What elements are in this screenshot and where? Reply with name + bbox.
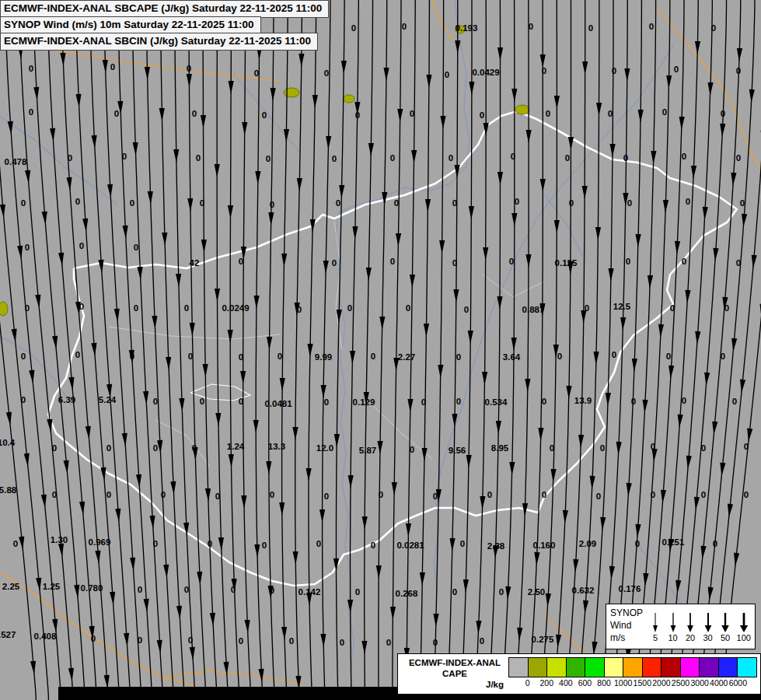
index-value-label: 0 bbox=[449, 153, 453, 163]
index-value-label: 0 bbox=[239, 352, 243, 362]
index-value-label: 0.0481 bbox=[264, 399, 292, 408]
index-value-label: 0 bbox=[79, 241, 84, 250]
wind-legend-line2: Wind bbox=[610, 619, 643, 632]
index-value-label: 0 bbox=[200, 397, 204, 406]
index-value-label: 0 bbox=[324, 492, 329, 501]
cape-color-cell bbox=[546, 658, 566, 677]
wind-arrow-icon bbox=[702, 611, 714, 633]
index-value-label: 1.25 bbox=[43, 582, 61, 591]
index-value-label: 0 bbox=[499, 587, 504, 597]
index-value-label: 0 bbox=[386, 638, 391, 647]
index-value-label: 0 bbox=[394, 198, 399, 208]
wind-legend-line1: SYNOP bbox=[610, 607, 643, 619]
wind-legend-entry: 5 bbox=[649, 611, 662, 642]
wind-legend-entry: 10 bbox=[667, 611, 679, 642]
index-value-label: 8.95 bbox=[491, 443, 509, 453]
index-value-label: 0.0249 bbox=[222, 303, 249, 313]
wind-legend-scale: 510203050100 bbox=[649, 607, 751, 646]
cape-colorbar-ticks: 0200400600800100015002000250030004000600… bbox=[508, 677, 757, 689]
index-value-label: 0 bbox=[487, 490, 492, 499]
wind-arrow-icon bbox=[738, 611, 750, 633]
index-value-label: 0 bbox=[130, 198, 134, 208]
index-value-label: 0 bbox=[134, 243, 138, 252]
wind-arrow-icon bbox=[649, 611, 662, 633]
index-value-label: 1.24 bbox=[227, 442, 245, 451]
index-value-label: 0 bbox=[324, 397, 329, 407]
title-sbcape: ECMWF-INDEX-ANAL SBCAPE (J/kg) Saturday … bbox=[0, 0, 329, 18]
index-value-label: 9.99 bbox=[315, 352, 332, 362]
index-value-label: 0 bbox=[340, 638, 344, 647]
index-value-label: 0 bbox=[289, 636, 294, 646]
index-value-label: 0.160 bbox=[533, 541, 556, 550]
index-value-label: 0 bbox=[114, 109, 119, 118]
cape-patch bbox=[0, 302, 8, 316]
index-value-label: 0 bbox=[161, 490, 166, 499]
index-value-label: 0 bbox=[347, 303, 352, 313]
index-value-label: 0 bbox=[421, 397, 426, 407]
index-value-label: 0 bbox=[239, 397, 243, 406]
index-value-label: 0 bbox=[188, 352, 193, 361]
cape-color-cell bbox=[642, 658, 662, 677]
index-value-label: 2.38 bbox=[487, 541, 505, 551]
index-value-label: 0 bbox=[662, 107, 667, 117]
index-value-label: 0 bbox=[410, 445, 414, 454]
index-value-label: 0 bbox=[21, 352, 26, 361]
index-value-label: 0.129 bbox=[353, 397, 375, 407]
index-value-label: 0 bbox=[740, 198, 745, 208]
index-value-label: 0 bbox=[445, 70, 449, 79]
index-value-label: 0 bbox=[270, 490, 274, 499]
index-value-label: 0 bbox=[332, 154, 337, 163]
index-value-label: 0 bbox=[184, 585, 189, 594]
index-value-label: 0 bbox=[130, 352, 134, 361]
wind-legend-entry: 20 bbox=[684, 611, 696, 642]
wind-legend-entry: 30 bbox=[702, 611, 714, 642]
index-value-label: 0 bbox=[196, 153, 201, 163]
wind-arrow-icon bbox=[684, 611, 696, 633]
cape-tick-label: 6000 bbox=[729, 678, 747, 688]
wind-legend-line3: m/s bbox=[610, 632, 643, 644]
index-value-label: 0 bbox=[480, 636, 484, 646]
index-value-label: 0 bbox=[355, 110, 360, 120]
index-value-label: 0 bbox=[433, 638, 438, 647]
index-value-label: 0 bbox=[682, 396, 686, 405]
index-value-label: 0 bbox=[623, 153, 628, 163]
index-value-label: 0 bbox=[75, 350, 80, 359]
index-value-label: 0.0281 bbox=[396, 541, 424, 550]
cape-legend-param: CAPE bbox=[401, 668, 508, 679]
cape-tick-label: 2500 bbox=[672, 678, 689, 688]
index-value-label: 1.30 bbox=[51, 535, 68, 544]
index-value-label: 0 bbox=[713, 539, 717, 548]
index-value-label: 0 bbox=[262, 110, 267, 120]
index-value-label: 0 bbox=[266, 154, 271, 163]
index-value-label: 0.0429 bbox=[472, 68, 499, 77]
index-value-label: 0 bbox=[153, 397, 158, 406]
index-value-label: 0 bbox=[336, 198, 340, 208]
cape-color-cell bbox=[623, 658, 642, 677]
index-value-label: 0 bbox=[402, 22, 407, 31]
index-value-label: 0 bbox=[25, 303, 30, 313]
index-value-label: 0 bbox=[542, 490, 546, 499]
index-value-label: 0 bbox=[390, 153, 395, 163]
wind-arrow-icon bbox=[667, 611, 679, 633]
index-value-label: 0 bbox=[721, 352, 725, 361]
index-value-label: 0 bbox=[138, 635, 142, 645]
index-value-label: 0 bbox=[612, 350, 616, 359]
wind-legend-title: SYNOP Wind m/s bbox=[610, 607, 643, 646]
cape-tick-label: 0 bbox=[525, 678, 530, 688]
cape-patch bbox=[515, 105, 529, 114]
index-value-label: 0 bbox=[239, 257, 243, 266]
index-value-label: 0 bbox=[21, 395, 26, 404]
index-value-label: 0 bbox=[721, 109, 725, 118]
cape-tick-label: 400 bbox=[559, 678, 573, 688]
cape-color-cell bbox=[604, 658, 623, 677]
title-synop-wind: SYNOP Wind (m/s) 10m Saturday 22-11-2025… bbox=[0, 16, 261, 34]
index-value-label: 12.0 bbox=[316, 443, 333, 453]
cape-legend: ECMWF-INDEX-ANAL CAPE J/kg 0200400600800… bbox=[397, 653, 761, 695]
index-value-label: 0 bbox=[75, 197, 80, 206]
cape-legend-title: ECMWF-INDEX-ANAL CAPE J/kg bbox=[401, 656, 508, 692]
index-value-label: 0 bbox=[192, 443, 197, 453]
index-value-label: 0 bbox=[379, 490, 383, 499]
index-value-label: 0 bbox=[626, 257, 630, 266]
index-value-label: 0 bbox=[262, 541, 267, 550]
wind-speed-label: 30 bbox=[703, 633, 712, 642]
